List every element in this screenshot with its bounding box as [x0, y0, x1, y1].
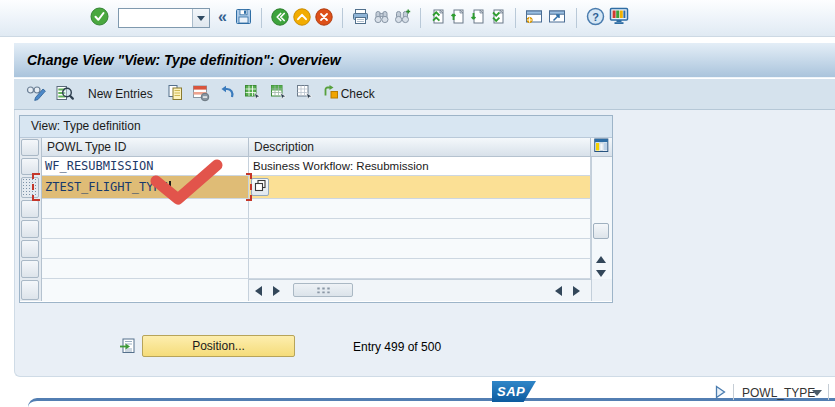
row-selector-selected[interactable]	[20, 176, 42, 199]
printer-icon	[352, 8, 369, 28]
column-header-powl-type-id[interactable]: POWL Type ID	[42, 138, 249, 157]
shortcut-icon	[548, 8, 567, 28]
v-scroll-down-button[interactable]	[596, 270, 606, 277]
command-dropdown-button[interactable]	[192, 9, 209, 27]
toolbar-separator	[261, 8, 262, 28]
h-scroll-right-end-button[interactable]	[573, 286, 580, 296]
sap-gui-window: «	[0, 0, 835, 407]
title-bar: Change View "View: Type definition": Ove…	[14, 43, 835, 78]
overview-button[interactable]	[55, 84, 74, 105]
enter-button[interactable]	[90, 7, 109, 29]
double-chevron-left-icon: «	[218, 8, 227, 25]
previous-page-button[interactable]	[450, 8, 466, 28]
row-selector[interactable]	[20, 219, 42, 239]
selection-marker-left	[32, 173, 38, 201]
cell-powl-type-id-empty[interactable]	[42, 259, 249, 279]
cell-powl-type-id-empty[interactable]	[42, 279, 249, 301]
row-selector-button[interactable]	[21, 220, 39, 238]
v-scroll-up-button[interactable]	[596, 256, 606, 263]
cell-powl-type-id-empty[interactable]	[42, 219, 249, 239]
back-icon	[271, 8, 289, 29]
row-selector-button[interactable]	[21, 280, 39, 300]
print-button[interactable]	[352, 8, 369, 28]
row-selector[interactable]	[20, 279, 42, 301]
save-button[interactable]	[235, 8, 252, 28]
toolbar-separator	[576, 8, 577, 28]
up-arrow-icon	[293, 8, 311, 29]
statusbar-separator	[828, 384, 829, 400]
command-field[interactable]	[118, 8, 210, 28]
delete-row-button[interactable]	[192, 84, 210, 105]
select-all-corner-button[interactable]	[21, 139, 39, 156]
page-last-icon	[490, 8, 506, 28]
binoculars-plus-icon	[394, 8, 411, 28]
status-expand-button[interactable]	[714, 385, 727, 403]
new-entries-button[interactable]: New Entries	[88, 87, 153, 101]
next-page-button[interactable]	[470, 8, 486, 28]
grip-dots-icon	[316, 287, 330, 294]
save-icon	[235, 8, 252, 28]
find-button[interactable]	[373, 8, 390, 28]
create-shortcut-button[interactable]	[548, 8, 567, 28]
row-selector-button[interactable]	[21, 260, 39, 278]
new-session-button[interactable]	[525, 8, 544, 28]
table-config-icon	[594, 138, 609, 157]
select-all-corner[interactable]	[20, 138, 42, 157]
h-scroll-left-button[interactable]	[255, 286, 262, 296]
v-scroll-thumb[interactable]	[593, 223, 609, 239]
check-icon	[90, 7, 109, 29]
transaction-selector[interactable]: POWL_TYPE	[742, 386, 815, 400]
check-button[interactable]: Check	[322, 84, 375, 104]
column-header-description[interactable]: Description	[249, 138, 591, 157]
h-scroll-thumb[interactable]	[293, 283, 353, 297]
select-all-button[interactable]	[244, 84, 262, 104]
page-down-icon	[470, 8, 486, 28]
h-scroll-right-button[interactable]	[273, 286, 280, 296]
check-button-label: Check	[341, 87, 375, 101]
horizontal-scrollbar	[249, 279, 591, 301]
undo-button[interactable]	[218, 84, 236, 104]
triangle-right-icon	[714, 385, 727, 402]
cell-description-empty[interactable]	[249, 199, 591, 219]
glasses-pencil-icon	[26, 84, 47, 104]
last-page-button[interactable]	[490, 8, 506, 28]
find-next-button[interactable]	[394, 8, 411, 28]
svg-text:?: ?	[592, 11, 599, 23]
new-window-icon	[525, 8, 544, 28]
cell-description[interactable]: Business Workflow: Resubmission	[249, 157, 591, 176]
detail-button[interactable]	[251, 178, 269, 196]
close-icon	[315, 8, 333, 29]
display-change-button[interactable]	[26, 84, 47, 104]
row-selector[interactable]	[20, 199, 42, 219]
first-page-button[interactable]	[430, 8, 446, 28]
table-config-button[interactable]	[591, 138, 612, 157]
check-consistency-icon	[322, 84, 339, 104]
page-first-icon	[430, 8, 446, 28]
h-scroll-left-end-button[interactable]	[555, 286, 562, 296]
help-button[interactable]: ?	[586, 7, 605, 29]
row-selector-button[interactable]	[21, 200, 39, 218]
select-block-button[interactable]	[270, 84, 288, 104]
cell-powl-type-id-empty[interactable]	[42, 239, 249, 259]
deselect-all-button[interactable]	[296, 84, 314, 104]
cell-description-edit[interactable]	[249, 176, 591, 199]
cell-description-empty[interactable]	[249, 219, 591, 239]
row-selector-button[interactable]	[21, 240, 39, 258]
row-selector[interactable]	[20, 259, 42, 279]
cell-description-empty[interactable]	[249, 239, 591, 259]
row-selector[interactable]	[20, 239, 42, 259]
command-input[interactable]	[119, 9, 192, 27]
customize-layout-button[interactable]	[609, 7, 629, 29]
selection-marker-right	[246, 173, 252, 201]
copy-button[interactable]	[167, 84, 184, 104]
type-definition-groupbox: View: Type definition POWL Type ID Descr…	[19, 115, 613, 303]
position-button[interactable]: Position...	[142, 335, 295, 357]
chevron-down-icon[interactable]	[812, 390, 822, 396]
group-title: View: Type definition	[20, 116, 612, 138]
collapse-toolbar-button[interactable]: «	[218, 8, 227, 26]
back-button[interactable]	[271, 8, 289, 29]
cell-description-empty[interactable]	[249, 259, 591, 279]
up-button[interactable]	[293, 8, 311, 29]
monitor-icon	[609, 7, 629, 29]
exit-button[interactable]	[315, 8, 333, 29]
